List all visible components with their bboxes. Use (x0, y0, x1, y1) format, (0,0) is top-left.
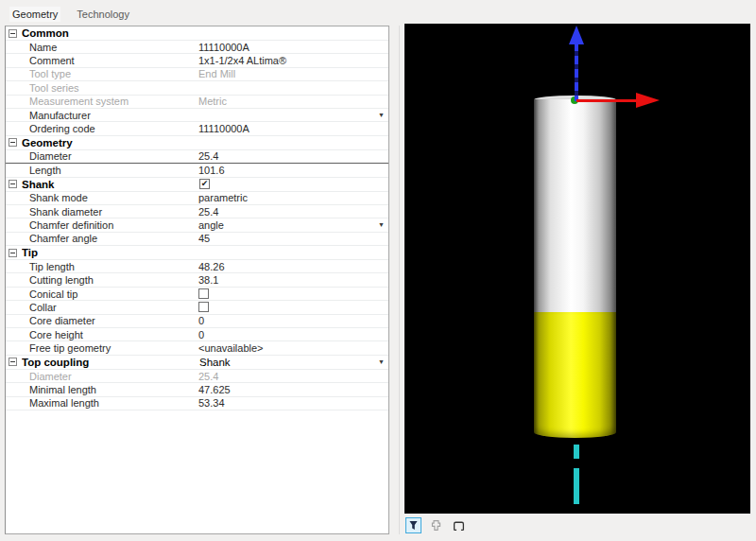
tool-shank-cylinder (534, 99, 616, 312)
section-header-shank[interactable]: Shank✔ (6, 178, 388, 192)
property-value-cell[interactable]: ▼ (198, 112, 388, 118)
property-value[interactable]: 38.1 (198, 274, 385, 286)
property-value: Metric (198, 96, 385, 107)
property-value-cell[interactable]: 11110000A (198, 123, 388, 134)
tool-visibility-button[interactable] (405, 517, 421, 533)
property-label: Chamfer angle (6, 233, 198, 244)
property-value-cell: Metric (198, 96, 388, 107)
property-row-measurement-system: Measurement systemMetric (6, 96, 388, 109)
dropdown-arrow-icon[interactable]: ▼ (378, 358, 385, 365)
section-title-text: Shank (22, 179, 55, 190)
property-label: Core height (6, 329, 198, 340)
section-value[interactable]: Shank (199, 357, 374, 368)
holder-visibility-button[interactable] (428, 517, 444, 533)
section-title: Geometry (22, 137, 199, 148)
property-value-cell[interactable]: 38.1 (198, 274, 388, 286)
dropdown-arrow-icon[interactable]: ▼ (378, 112, 385, 118)
section-header-common[interactable]: Common (6, 26, 388, 41)
property-value[interactable]: 25.4 (198, 206, 385, 218)
fit-view-button[interactable] (451, 517, 467, 533)
section-header-top-coupling[interactable]: Top couplingShank▼ (6, 356, 388, 370)
section-header-tip[interactable]: Tip (6, 246, 388, 260)
property-value-cell[interactable]: 48.26 (198, 261, 388, 272)
property-value-cell[interactable]: 0 (198, 315, 388, 326)
property-value[interactable]: 1x1-1/2x4 ALtima® (198, 55, 385, 66)
property-value-cell: End Mill (198, 68, 388, 79)
property-value-cell[interactable]: 25.4 (198, 206, 388, 218)
property-value-cell[interactable]: 1x1-1/2x4 ALtima® (198, 55, 388, 66)
property-value[interactable]: 11110000A (198, 123, 385, 134)
checkbox[interactable] (198, 302, 209, 312)
property-value[interactable]: 25.4 (198, 150, 385, 162)
collapse-icon[interactable] (9, 180, 17, 188)
viewport-toolbar (405, 515, 467, 534)
property-value-cell[interactable]: angle▼ (198, 219, 388, 231)
property-value-cell[interactable]: 25.4 (198, 150, 388, 162)
tool-3d-viewport[interactable] (404, 24, 750, 514)
property-value[interactable]: parametric (198, 192, 385, 203)
property-value-cell[interactable] (198, 288, 388, 299)
checkbox[interactable]: ✔ (199, 179, 210, 189)
property-value-cell[interactable]: 53.34 (198, 397, 388, 409)
property-row-free-tip-geometry: Free tip geometry<unavailable> (6, 341, 388, 355)
property-row-chamfer-definition: Chamfer definitionangle▼ (6, 218, 388, 232)
collapse-icon[interactable] (9, 358, 17, 366)
collapse-icon[interactable] (9, 249, 17, 257)
property-value[interactable]: 45 (198, 233, 385, 244)
collapse-icon[interactable] (9, 138, 17, 147)
tab-bar: GeometryTechnology (9, 6, 132, 23)
property-value[interactable]: 11110000A (198, 42, 385, 53)
tab-technology[interactable]: Technology (74, 7, 132, 22)
property-value[interactable]: <unavailable> (198, 342, 385, 354)
section-title: Tip (22, 247, 199, 258)
section-title-text: Geometry (22, 137, 73, 148)
property-value-cell[interactable]: 11110000A (198, 42, 388, 53)
property-value-cell[interactable]: 0 (198, 329, 388, 340)
property-label: Free tip geometry (6, 342, 198, 354)
property-value: End Mill (198, 68, 385, 79)
property-value[interactable]: 47.625 (198, 384, 385, 395)
property-label: Core diameter (6, 315, 198, 326)
collapse-icon[interactable] (9, 29, 17, 38)
property-label: Comment (6, 55, 198, 66)
property-label: Minimal length (6, 384, 198, 395)
tab-geometry[interactable]: Geometry (9, 7, 60, 22)
checkbox[interactable] (198, 288, 209, 299)
property-label: Conical tip (6, 288, 198, 300)
property-row-diameter: Diameter25.4 (6, 370, 388, 383)
property-value[interactable]: 101.6 (198, 165, 385, 176)
x-axis-arrowhead-icon (636, 93, 660, 108)
property-value[interactable]: 0 (198, 315, 385, 326)
section-title: Common (22, 27, 199, 39)
property-row-shank-mode: Shank modeparametric (6, 192, 388, 205)
property-label: Measurement system (6, 96, 198, 107)
property-label: Name (6, 42, 198, 53)
property-label: Maximal length (6, 397, 198, 409)
property-value[interactable]: angle (198, 219, 374, 231)
property-value[interactable]: 53.34 (198, 397, 385, 409)
property-label: Shank diameter (6, 206, 198, 218)
section-value-cell: ✔ (199, 179, 388, 189)
property-value-cell[interactable]: parametric (198, 192, 388, 203)
property-row-ordering-code: Ordering code11110000A (6, 122, 388, 135)
section-header-geometry[interactable]: Geometry (6, 136, 388, 150)
property-row-comment: Comment1x1-1/2x4 ALtima® (6, 54, 388, 67)
property-value-cell[interactable] (198, 302, 388, 312)
dropdown-arrow-icon[interactable]: ▼ (378, 221, 385, 228)
property-label: Shank mode (6, 192, 198, 203)
property-row-maximal-length: Maximal length53.34 (6, 397, 388, 410)
property-label: Diameter (6, 150, 198, 162)
property-value-cell[interactable]: 45 (198, 233, 388, 244)
property-value-cell[interactable]: <unavailable> (198, 342, 388, 354)
property-row-core-diameter: Core diameter0 (6, 315, 388, 328)
tool-centerline-dash (574, 468, 579, 504)
property-value-cell[interactable]: 101.6 (198, 165, 388, 176)
property-label: Tool series (6, 82, 198, 94)
property-value-cell[interactable]: 47.625 (198, 384, 388, 395)
panel-splitter[interactable] (399, 26, 400, 534)
property-label: Length (6, 165, 198, 176)
section-title-text: Common (22, 27, 69, 39)
z-axis-arrowhead-icon (569, 26, 584, 44)
property-value[interactable]: 48.26 (198, 261, 385, 272)
property-value[interactable]: 0 (198, 329, 385, 340)
